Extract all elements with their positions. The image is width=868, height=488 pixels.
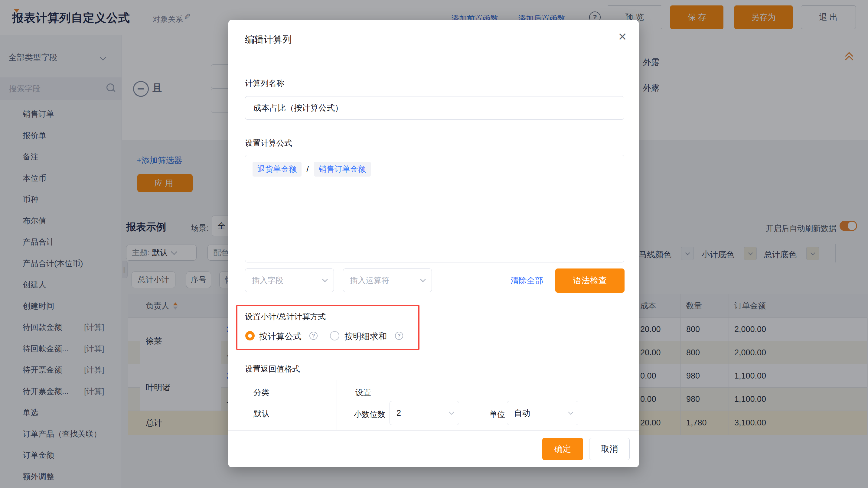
- calc-column-name-input[interactable]: 成本占比（按计算公式）: [245, 96, 624, 120]
- radio-by-formula[interactable]: [245, 331, 255, 340]
- formula-field-chip[interactable]: 销售订单金额: [314, 162, 371, 176]
- help-icon[interactable]: ?: [395, 332, 403, 340]
- confirm-button[interactable]: 确定: [542, 438, 583, 460]
- unit-label: 单位: [489, 409, 505, 420]
- decimal-places-select[interactable]: 2: [390, 401, 459, 425]
- chevron-down-icon: [449, 410, 454, 415]
- formula-operator: /: [306, 164, 309, 174]
- dialog-footer: 确定 取消: [228, 430, 639, 467]
- chevron-down-icon: [420, 276, 426, 282]
- insert-field-select[interactable]: 插入字段: [245, 268, 334, 292]
- chevron-down-icon: [322, 276, 328, 282]
- radio-by-detail-sum-label[interactable]: 按明细求和: [344, 331, 387, 342]
- category-column-label: 分类: [253, 387, 269, 398]
- calc-mode-label: 设置小计/总计计算方式: [245, 312, 326, 322]
- divider: [337, 380, 337, 430]
- syntax-check-button[interactable]: 语法检查: [555, 268, 624, 293]
- settings-column-label: 设置: [355, 387, 371, 398]
- radio-by-detail-sum[interactable]: [330, 331, 339, 340]
- divider: [228, 57, 639, 57]
- category-item-default[interactable]: 默认: [253, 408, 270, 419]
- formula-section-label: 设置计算公式: [245, 138, 292, 149]
- formula-editor[interactable]: 退货单金额 / 销售订单金额: [245, 155, 624, 262]
- edit-calc-column-dialog: 编辑计算列 ✕ 计算列名称 成本占比（按计算公式） 设置计算公式 退货单金额 /…: [228, 20, 639, 467]
- decimal-places-label: 小数位数: [354, 409, 385, 420]
- name-field-label: 计算列名称: [245, 78, 284, 89]
- return-format-label: 设置返回值格式: [245, 364, 300, 374]
- dialog-title: 编辑计算列: [245, 33, 292, 46]
- unit-select[interactable]: 自动: [507, 401, 578, 425]
- radio-by-formula-label[interactable]: 按计算公式: [259, 331, 302, 342]
- formula-field-chip[interactable]: 退货单金额: [252, 162, 302, 176]
- chevron-down-icon: [568, 410, 574, 415]
- insert-operator-select[interactable]: 插入运算符: [343, 268, 432, 292]
- close-icon[interactable]: ✕: [618, 31, 627, 42]
- clear-all-link[interactable]: 清除全部: [510, 275, 543, 286]
- cancel-button[interactable]: 取消: [589, 438, 630, 460]
- report-calc-column-page: 报表计算列自定义公式 对象关系 ✎ 添加前置函数 添加后置函数 ? 预 览 保 …: [0, 0, 868, 488]
- help-icon[interactable]: ?: [309, 332, 317, 340]
